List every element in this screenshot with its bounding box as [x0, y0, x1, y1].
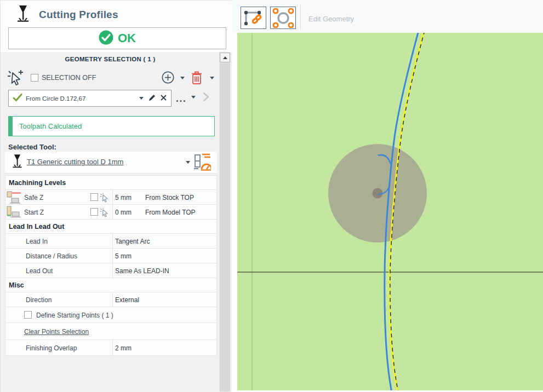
start-z-reference: From Model TOP	[145, 209, 196, 216]
delete-geometry-trash-icon[interactable]	[191, 71, 203, 87]
scroll-up-arrow-icon	[223, 56, 227, 59]
define-starting-points-row[interactable]: Define Starting Points ( 1 )	[5, 307, 216, 323]
start-z-level-icon	[7, 206, 22, 221]
tool-name-link[interactable]: T1 Generic cutting tool D 1mm	[27, 158, 123, 166]
add-geometry-dropdown-caret[interactable]	[180, 77, 185, 79]
geometry-selection-header: GEOMETRY SELECTION ( 1 )	[1, 56, 220, 62]
points-geometry-button[interactable]	[270, 7, 296, 29]
lead-in-row[interactable]: Lead In Tangent Arc	[5, 234, 216, 249]
start-z-row[interactable]: Start Z 0 mm From Model TOP	[5, 205, 216, 220]
delete-geometry-dropdown-caret[interactable]	[210, 77, 214, 79]
selection-off-label: SELECTION OFF	[42, 74, 96, 82]
selection-off-checkbox[interactable]	[31, 74, 38, 82]
distance-radius-row[interactable]: Distance / Radius 5 mm	[5, 249, 216, 263]
status-accent-bar	[8, 116, 13, 136]
lead-out-value: Same As LEAD-IN	[115, 267, 169, 275]
ok-button-label: OK	[118, 31, 136, 45]
status-message: Toolpath Calculated	[19, 122, 82, 130]
safe-z-checkbox[interactable]	[90, 193, 98, 201]
add-geometry-icon[interactable]	[162, 71, 174, 85]
link-geometry-icon	[243, 9, 264, 27]
geometry-more-options-icon[interactable]	[176, 96, 186, 104]
ok-button[interactable]: OK	[8, 27, 226, 49]
start-z-pick-cursor-icon[interactable]	[100, 207, 110, 219]
finishing-overlap-row[interactable]: Finishing Overlap 2 mm	[5, 340, 216, 356]
ok-check-icon	[99, 30, 113, 47]
machining-levels-header-row: Machining Levels	[5, 176, 216, 190]
link-geometry-button[interactable]	[241, 7, 266, 29]
define-starting-points-checkbox[interactable]	[24, 311, 32, 319]
geometry-select-value: From Circle D.172,67	[26, 95, 139, 102]
geometry-edit-pencil-icon[interactable]	[148, 94, 156, 103]
safe-z-reference: From Stock TOP	[145, 194, 194, 201]
start-z-value: 0 mm	[115, 209, 132, 216]
edit-geometry-label: Edit Geometry	[308, 15, 354, 23]
section-header: Misc	[9, 281, 24, 289]
toolbar-divider	[300, 4, 301, 30]
cutting-tool-icon	[12, 154, 23, 172]
section-header: Lead In Lead Out	[9, 223, 64, 230]
distance-radius-value: 5 mm	[115, 252, 132, 260]
clear-points-row: Clear Points Selection	[5, 323, 216, 340]
tool-dropdown-caret[interactable]	[186, 161, 190, 164]
cutting-tool-icon	[16, 5, 30, 26]
operation-settings-table: Machining Levels Safe Z	[5, 175, 217, 356]
start-z-label: Start Z	[24, 209, 44, 216]
panel-scrollbar[interactable]	[219, 52, 231, 392]
geometry-next-chevron-icon[interactable]	[203, 92, 209, 103]
start-z-checkbox[interactable]	[90, 208, 98, 216]
page-title: Cutting Profiles	[39, 9, 118, 21]
finishing-overlap-value: 2 mm	[115, 344, 132, 352]
lead-in-out-header-row: Lead In Lead Out	[5, 220, 216, 234]
safe-z-pick-cursor-icon[interactable]	[100, 193, 110, 204]
cutting-profiles-panel: Cutting Profiles OK GEOMETRY SELECTION (…	[0, 0, 232, 392]
scrollbar-up-button[interactable]	[220, 53, 230, 62]
geometry-valid-check-icon	[13, 94, 22, 103]
tool-parameters-icon[interactable]	[193, 153, 211, 173]
lead-out-row[interactable]: Lead Out Same As LEAD-IN	[5, 263, 216, 278]
selected-tool-label: Selected Tool:	[8, 143, 56, 151]
viewport-toolbar: Edit Geometry	[232, 0, 543, 33]
define-starting-points-label: Define Starting Points ( 1 )	[36, 312, 113, 319]
geometry-remove-x-icon[interactable]	[161, 95, 167, 102]
scrollbar-thumb[interactable]	[220, 63, 230, 391]
geometry-more-caret[interactable]	[191, 96, 196, 99]
geometry-select-caret[interactable]	[139, 97, 144, 100]
safe-z-row[interactable]: Safe Z 5 mm From Stock TOP	[5, 190, 216, 205]
safe-z-value: 5 mm	[115, 194, 132, 201]
geometry-select-field[interactable]: From Circle D.172,67	[8, 90, 172, 107]
safe-z-level-icon	[7, 191, 22, 206]
clear-points-selection-link[interactable]: Clear Points Selection	[24, 328, 89, 336]
select-geometry-wand-icon[interactable]	[7, 69, 25, 88]
section-header: Machining Levels	[9, 179, 66, 187]
direction-value: External	[115, 296, 139, 304]
direction-row[interactable]: Direction External	[5, 292, 216, 307]
points-geometry-icon	[272, 8, 294, 28]
lead-in-value: Tangent Arc	[115, 238, 150, 245]
misc-header-row: Misc	[5, 278, 216, 292]
safe-z-label: Safe Z	[24, 194, 43, 201]
graphics-viewport[interactable]	[237, 33, 543, 390]
